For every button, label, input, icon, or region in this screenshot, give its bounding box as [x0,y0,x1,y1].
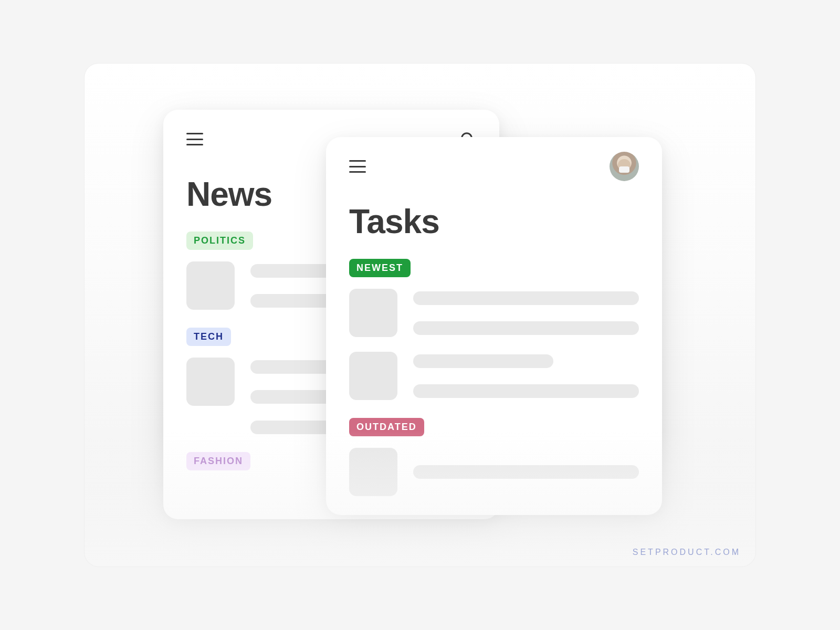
tag-fashion[interactable]: FASHION [186,452,250,470]
menu-icon[interactable] [186,133,203,145]
thumb-placeholder [349,448,397,496]
thumb-placeholder [349,352,397,400]
tag-tech[interactable]: TECH [186,328,231,346]
avatar[interactable] [610,152,639,181]
thumb-placeholder [186,261,235,310]
skeleton-line [413,291,639,305]
skeleton-line [413,384,639,398]
tag-outdated[interactable]: OUTDATED [349,418,424,436]
skeleton-line [413,354,553,368]
skeleton-line [413,321,639,335]
list-item[interactable] [349,289,639,337]
watermark: SETPRODUCT.COM [633,548,741,557]
tasks-title: Tasks [349,202,639,241]
canvas: News POLITICS TECH FASHION [84,63,756,567]
text-placeholder [413,448,639,496]
tasks-card: Tasks NEWEST OUTDATED [326,137,662,515]
text-placeholder [413,352,639,400]
tasks-topbar [349,156,639,177]
thumb-placeholder [186,358,235,406]
tag-politics[interactable]: POLITICS [186,232,253,250]
skeleton-line [413,465,639,479]
thumb-placeholder [349,289,397,337]
list-item[interactable] [349,448,639,496]
text-placeholder [413,289,639,337]
list-item[interactable] [349,352,639,400]
menu-icon[interactable] [349,160,366,173]
tag-newest[interactable]: NEWEST [349,259,411,277]
